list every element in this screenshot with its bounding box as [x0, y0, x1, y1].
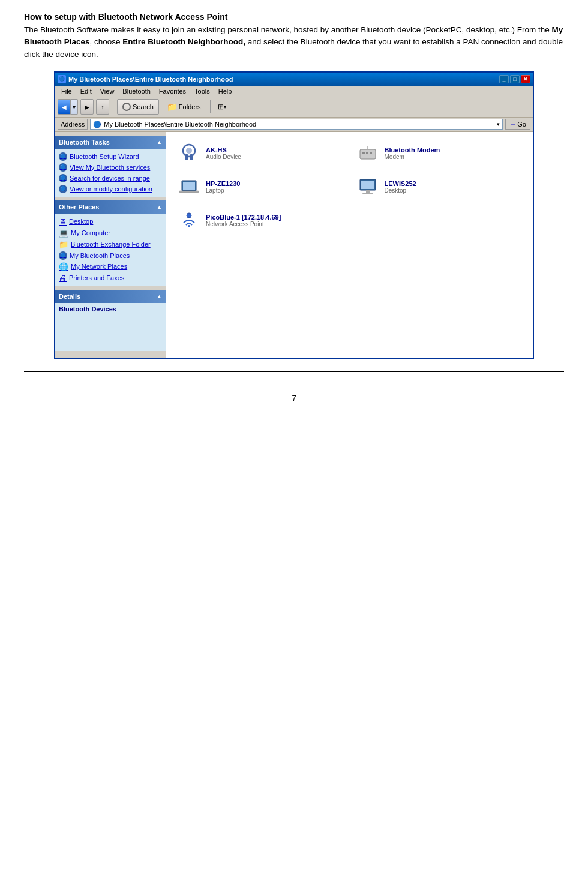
maximize-button[interactable]: □: [510, 75, 520, 83]
body-text-1: The Bluetooth Software makes it easy to …: [24, 25, 551, 34]
search-label: Search: [133, 103, 154, 110]
details-text: Bluetooth Devices: [59, 305, 162, 313]
network-access-icon: [177, 209, 201, 233]
search-devices-icon: 🔵: [59, 174, 67, 182]
svg-rect-6: [366, 152, 368, 154]
my-bluetooth-places-link[interactable]: 🔵 My Bluetooth Places: [59, 250, 162, 261]
device-picoblue-info: PicoBlue-1 [172.18.4.69] Network Access …: [206, 214, 281, 227]
menu-favorites[interactable]: Favorites: [155, 87, 190, 95]
menu-file[interactable]: File: [58, 87, 76, 95]
minimize-button[interactable]: _: [499, 75, 509, 83]
computer-icon: 💻: [59, 229, 68, 238]
up-button[interactable]: ↑: [96, 99, 109, 115]
main-area: Bluetooth Tasks ▲ 🔵 Bluetooth Setup Wiza…: [55, 132, 533, 358]
folder-icon-sm: 📁: [59, 240, 68, 249]
back-button[interactable]: ◀ ▾: [58, 99, 78, 115]
svg-rect-7: [370, 152, 372, 154]
device-lewis-info: LEWIS252 Desktop: [385, 180, 416, 194]
bluetooth-tasks-title: Bluetooth Tasks: [59, 139, 110, 146]
toolbar-separator-2: [210, 100, 211, 113]
toolbar: ◀ ▾ ▶ ↑ Search 📁 Folders ⊞ ▾: [55, 97, 533, 118]
title-bar: 🔵 My Bluetooth Places\Entire Bluetooth N…: [55, 73, 533, 86]
page-content: How to setup with Bluetooth Network Acce…: [24, 12, 564, 403]
view-bluetooth-services-link[interactable]: 🔵 View My Bluetooth services: [59, 162, 162, 173]
device-ak-hs-info: AK-HS Audio Device: [206, 146, 241, 160]
view-button[interactable]: ⊞ ▾: [214, 99, 230, 115]
close-button[interactable]: ✕: [521, 75, 530, 83]
title-bar-controls[interactable]: _ □ ✕: [499, 75, 530, 83]
device-hp-ze1230[interactable]: HP-ZE1230 Laptop: [172, 172, 349, 203]
desktop-device-icon: [356, 175, 380, 199]
device-lewis252[interactable]: LEWIS252 Desktop: [351, 172, 527, 203]
setup-icon: 🔵: [59, 152, 67, 161]
menu-edit[interactable]: Edit: [77, 87, 95, 95]
details-content: Bluetooth Devices: [55, 303, 166, 351]
svg-rect-11: [179, 191, 199, 193]
search-button[interactable]: Search: [117, 99, 159, 115]
bluetooth-exchange-folder-link[interactable]: 📁 Bluetooth Exchange Folder: [59, 239, 162, 250]
menu-help[interactable]: Help: [215, 87, 236, 95]
menu-bar: File Edit View Bluetooth Favorites Tools…: [55, 86, 533, 97]
view-modify-config-link[interactable]: 🔵 View or modify configuration: [59, 184, 162, 194]
other-places-title: Other Places: [59, 203, 99, 211]
device-ak-hs[interactable]: AK-HS Audio Device: [172, 138, 349, 169]
svg-rect-10: [183, 182, 195, 190]
page-divider: 7: [24, 371, 564, 403]
go-label: Go: [517, 121, 526, 128]
printers-faxes-link[interactable]: 🖨 Printers and Faxes: [59, 272, 162, 284]
other-places-content: 🖥 Desktop 💻 My Computer 📁 Bluetooth Exch…: [55, 214, 166, 286]
address-label: Address: [58, 119, 88, 130]
svg-point-17: [188, 225, 190, 227]
config-icon: 🔵: [59, 185, 67, 193]
other-places-chevron: ▲: [157, 204, 162, 210]
svg-rect-15: [362, 193, 373, 194]
toolbar-separator-1: [113, 100, 113, 113]
bluetooth-setup-wizard-link[interactable]: 🔵 Bluetooth Setup Wizard: [59, 151, 162, 162]
services-icon: 🔵: [59, 163, 67, 172]
details-header[interactable]: Details ▲: [55, 290, 166, 303]
device-modem-info: Bluetooth Modem Modem: [385, 146, 440, 160]
menu-view[interactable]: View: [97, 87, 118, 95]
my-network-places-link[interactable]: 🌐 My Network Places: [59, 261, 162, 272]
svg-rect-13: [361, 181, 374, 189]
device-bluetooth-modem[interactable]: Bluetooth Modem Modem: [351, 138, 527, 169]
other-places-section: Other Places ▲ 🖥 Desktop 💻 My Computer: [55, 200, 166, 286]
title-bar-left: 🔵 My Bluetooth Places\Entire Bluetooth N…: [58, 75, 233, 83]
svg-rect-1: [185, 154, 188, 160]
headset-icon: [177, 142, 201, 166]
laptop-icon: [177, 175, 201, 199]
my-computer-link[interactable]: 💻 My Computer: [59, 227, 162, 239]
device-hp-info: HP-ZE1230 Laptop: [206, 180, 240, 194]
svg-rect-2: [190, 154, 193, 160]
search-devices-link[interactable]: 🔵 Search for devices in range: [59, 173, 162, 184]
forward-button[interactable]: ▶: [80, 99, 94, 115]
page-number: 7: [24, 394, 564, 403]
folders-button[interactable]: 📁 Folders: [161, 99, 206, 115]
address-bar: Address 🔵 My Bluetooth Places\Entire Blu…: [55, 118, 533, 132]
body-text-2: , choose: [90, 37, 123, 46]
go-button[interactable]: → Go: [505, 119, 530, 130]
desktop-link[interactable]: 🖥 Desktop: [59, 216, 162, 227]
network-icon: 🌐: [59, 262, 68, 271]
bluetooth-tasks-header[interactable]: Bluetooth Tasks ▲: [55, 136, 166, 149]
bluetooth-places-icon: 🔵: [59, 251, 67, 260]
body-paragraph: The Bluetooth Software makes it easy to …: [24, 24, 564, 61]
bluetooth-tasks-chevron: ▲: [157, 139, 162, 145]
window-title: My Bluetooth Places\Entire Bluetooth Nei…: [68, 76, 233, 83]
address-input[interactable]: 🔵 My Bluetooth Places\Entire Bluetooth N…: [90, 119, 503, 130]
printer-icon: 🖨: [59, 274, 67, 283]
device-picoblue[interactable]: PicoBlue-1 [172.18.4.69] Network Access …: [172, 205, 349, 236]
search-icon: [122, 103, 131, 111]
svg-rect-5: [362, 152, 365, 154]
desktop-icon: 🖥: [59, 217, 67, 226]
address-value: My Bluetooth Places\Entire Bluetooth Nei…: [104, 121, 256, 128]
menu-bluetooth[interactable]: Bluetooth: [119, 87, 154, 95]
menu-tools[interactable]: Tools: [191, 87, 214, 95]
other-places-header[interactable]: Other Places ▲: [55, 200, 166, 214]
windows-explorer-screenshot: 🔵 My Bluetooth Places\Entire Bluetooth N…: [54, 71, 534, 359]
page-heading: How to setup with Bluetooth Network Acce…: [24, 12, 564, 22]
bluetooth-tasks-content: 🔵 Bluetooth Setup Wizard 🔵 View My Bluet…: [55, 149, 166, 197]
svg-point-16: [187, 213, 191, 218]
sidebar: Bluetooth Tasks ▲ 🔵 Bluetooth Setup Wiza…: [55, 132, 166, 358]
content-area: AK-HS Audio Device: [166, 132, 533, 358]
